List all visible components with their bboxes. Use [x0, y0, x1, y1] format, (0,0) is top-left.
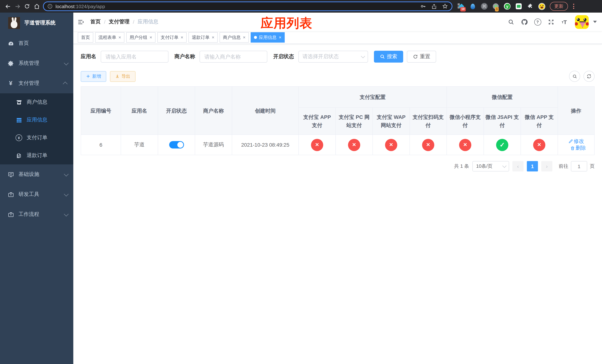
header-search-icon[interactable] [506, 17, 516, 27]
logo-rabbit-image [8, 17, 20, 29]
font-size-icon[interactable]: тT [559, 17, 569, 27]
refresh-table-button[interactable] [583, 71, 595, 82]
tag-支付订单[interactable]: 支付订单× [157, 32, 187, 43]
browser-reload-icon[interactable] [22, 1, 32, 11]
extension-record-icon[interactable]: 1 [492, 3, 499, 10]
col-merchant: 商户名称 [195, 86, 232, 135]
sidebar-item-home[interactable]: 首页 [0, 33, 73, 53]
tag-label: 应用信息 [259, 34, 277, 41]
cell-alipay-scan: × [410, 135, 447, 155]
gear-icon [7, 60, 14, 67]
browser-menu-icon[interactable] [570, 2, 577, 10]
disabled-cross-icon: × [385, 139, 397, 151]
breadcrumb-current: 应用信息 [138, 19, 159, 25]
delete-link[interactable]: 删除 [570, 145, 586, 151]
browser-forward-icon[interactable] [13, 1, 22, 11]
extensions-puzzle-icon[interactable] [527, 3, 534, 10]
col-created: 创建时间 [232, 86, 299, 135]
password-key-icon[interactable] [420, 3, 426, 9]
page-number-button[interactable]: 1 [527, 161, 538, 171]
col-alipay-scan: 支付宝扫码支付 [410, 107, 447, 135]
disabled-cross-icon: × [311, 139, 323, 151]
github-icon[interactable] [519, 17, 529, 27]
bookmark-star-icon[interactable] [442, 3, 448, 9]
active-dot-icon [254, 36, 257, 39]
next-page-button[interactable]: › [541, 161, 552, 171]
search-button[interactable]: 搜索 [374, 51, 403, 63]
tag-close-icon[interactable]: × [118, 35, 121, 40]
page-size-select[interactable]: 10条/页 [473, 161, 509, 171]
breadcrumb-payment[interactable]: 支付管理 [109, 19, 129, 25]
sidebar-item-system[interactable]: 系统管理 [0, 53, 73, 73]
toggle-search-button[interactable] [569, 71, 580, 82]
tag-流程表单[interactable]: 流程表单× [95, 32, 124, 43]
app-logo[interactable]: 芋道管理系统 [0, 13, 73, 33]
shop-icon [16, 99, 22, 106]
export-button[interactable]: 导出 [110, 71, 136, 82]
profile-avatar-icon[interactable] [538, 3, 545, 10]
address-bar[interactable]: localhost:1024/pay/app [43, 1, 452, 11]
extensions-row: 10 ⌘ 1 y [458, 3, 545, 10]
browser-toolbar: localhost:1024/pay/app 10 ⌘ [0, 0, 602, 13]
extension-diamond-icon[interactable]: 10 [458, 3, 465, 10]
tag-close-icon[interactable]: × [150, 35, 152, 40]
enabled-check-icon: ✓ [496, 139, 508, 151]
sidebar-item-payment[interactable]: ¥ 支付管理 [0, 73, 73, 93]
cell-status [158, 135, 195, 155]
status-select[interactable]: 请选择开启状态 [298, 51, 368, 63]
tag-close-icon[interactable]: × [181, 35, 183, 40]
chevron-down-icon [64, 60, 68, 65]
screen: localhost:1024/pay/app 10 ⌘ [0, 0, 602, 364]
sidebar-item-infrastructure[interactable]: 基础设施 [0, 164, 73, 184]
sidebar-item-pay-orders[interactable]: ¥ 支付订单 [0, 129, 73, 147]
extension-chat-icon[interactable] [515, 3, 522, 10]
reset-button[interactable]: 重置 [407, 51, 436, 63]
sidebar-item-dev-tools[interactable]: 研发工具 [0, 184, 73, 204]
user-avatar[interactable] [575, 15, 589, 29]
cell-wechat-mini: × [447, 135, 484, 155]
prev-page-button[interactable]: ‹ [512, 161, 524, 171]
tag-label: 商户信息 [223, 34, 241, 41]
browser-update-button[interactable]: 更新 [550, 2, 568, 11]
extension-command-icon[interactable]: ⌘ [481, 3, 488, 10]
goto-page-input[interactable] [571, 161, 587, 171]
tag-用户分组[interactable]: 用户分组× [126, 32, 155, 43]
url-text[interactable]: localhost:1024/pay/app [55, 3, 420, 9]
merchant-name-input[interactable] [200, 51, 267, 63]
share-icon[interactable] [431, 3, 437, 9]
sidebar-toggle-icon[interactable] [74, 15, 87, 29]
help-icon[interactable]: ? [533, 17, 542, 27]
browser-back-icon[interactable] [3, 1, 13, 11]
col-actions: 操作 [558, 86, 594, 135]
tag-商户信息[interactable]: 商户信息× [220, 32, 249, 43]
tag-close-icon[interactable]: × [279, 35, 281, 40]
add-button[interactable]: 新增 [81, 71, 106, 82]
tags-view-bar: 首页流程表单×用户分组×支付订单×退款订单×商户信息×应用信息× [73, 31, 602, 44]
edit-link[interactable]: 修改 [568, 138, 584, 145]
sidebar-item-workflow[interactable]: 工作流程 [0, 204, 73, 225]
status-toggle[interactable] [169, 141, 184, 149]
col-status: 开启状态 [158, 86, 195, 135]
tag-close-icon[interactable]: × [243, 35, 246, 40]
cell-actions: 修改 删除 [558, 135, 594, 155]
goto-label: 前往 [559, 163, 568, 170]
cell-merchant: 芋道源码 [195, 135, 232, 155]
cell-alipay-pc: × [336, 135, 373, 155]
sidebar-item-refund-orders[interactable]: 退款订单 [0, 147, 73, 164]
sidebar-item-merchant-info[interactable]: 商户信息 [0, 93, 73, 111]
page-title: 应用列表 [261, 15, 312, 32]
tag-应用信息[interactable]: 应用信息× [251, 32, 285, 43]
browser-home-icon[interactable] [32, 1, 42, 11]
avatar-caret-icon[interactable] [593, 21, 597, 23]
sidebar-item-app-info[interactable]: 应用信息 [0, 111, 73, 129]
fullscreen-icon[interactable] [546, 17, 556, 27]
app-name-input[interactable] [101, 51, 168, 63]
disabled-cross-icon: × [348, 139, 360, 151]
tag-首页[interactable]: 首页 [78, 32, 93, 43]
site-info-icon[interactable] [47, 4, 53, 9]
extension-y-icon[interactable]: y [504, 3, 511, 10]
breadcrumb-home[interactable]: 首页 [90, 19, 101, 25]
tag-close-icon[interactable]: × [212, 35, 214, 40]
extension-balloon-icon[interactable] [469, 3, 476, 10]
tag-退款订单[interactable]: 退款订单× [188, 32, 218, 43]
